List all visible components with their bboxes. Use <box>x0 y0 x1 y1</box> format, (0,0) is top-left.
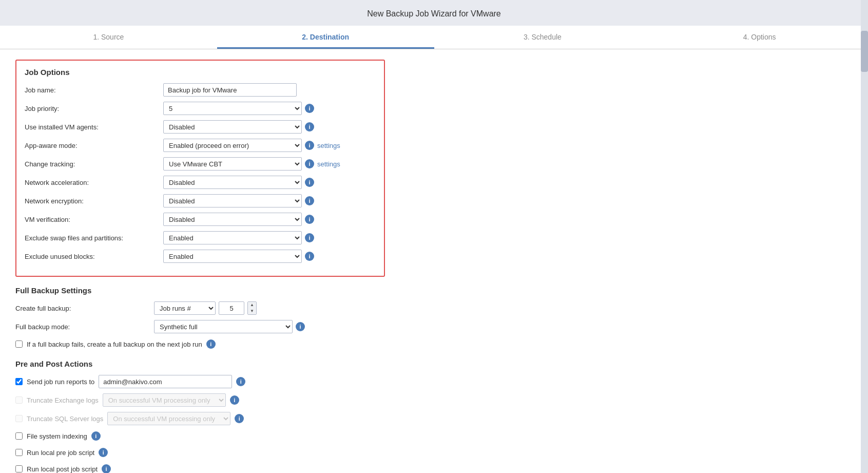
scrollbar-thumb[interactable] <box>861 31 868 72</box>
vm-verify-select[interactable]: Disabled Enabled <box>163 213 302 226</box>
change-tracking-select[interactable]: Use VMware CBT Disabled <box>163 157 302 171</box>
spinner-up-button[interactable]: ▲ <box>248 302 256 308</box>
step-destination[interactable]: 2. Destination <box>217 26 434 49</box>
exclude-unused-control: Enabled Disabled i <box>163 250 376 263</box>
truncate-exchange-label: Truncate Exchange logs <box>27 396 99 404</box>
job-options-box: Job Options Job name: Job priority: 5 <box>15 60 385 277</box>
send-reports-row: Send job run reports to i <box>15 374 385 389</box>
network-encrypt-info-icon[interactable]: i <box>305 196 314 205</box>
wizard-title-text: New Backup Job Wizard for VMware <box>367 9 501 18</box>
full-backup-mode-info-icon[interactable]: i <box>296 322 305 331</box>
truncate-exchange-select[interactable]: On successful VM processing only <box>103 393 226 407</box>
network-accel-row: Network acceleration: Disabled Enabled i <box>25 175 376 190</box>
job-priority-row: Job priority: 5 i <box>25 101 376 116</box>
job-name-row: Job name: <box>25 83 376 97</box>
vm-verify-control: Disabled Enabled i <box>163 213 376 226</box>
network-accel-label: Network acceleration: <box>25 179 163 186</box>
job-runs-value-input[interactable] <box>219 301 244 315</box>
network-encrypt-control: Disabled Enabled i <box>163 194 376 207</box>
file-indexing-label: File system indexing <box>27 432 87 440</box>
full-backup-mode-select[interactable]: Synthetic full Active full <box>154 320 293 333</box>
job-options-title: Job Options <box>25 68 376 77</box>
change-tracking-info-icon[interactable]: i <box>305 159 314 168</box>
create-full-backup-control: Job runs # ▲ ▼ <box>154 301 385 315</box>
job-priority-label: Job priority: <box>25 105 163 112</box>
change-tracking-row: Change tracking: Use VMware CBT Disabled… <box>25 157 376 171</box>
wizard-title: New Backup Job Wizard for VMware <box>0 0 868 26</box>
pre-post-title: Pre and Post Actions <box>15 360 385 368</box>
left-panel: Job Options Job name: Job priority: 5 <box>15 60 385 473</box>
send-reports-email-input[interactable] <box>99 375 232 388</box>
create-full-backup-row: Create full backup: Job runs # ▲ ▼ <box>15 301 385 315</box>
vm-agents-control: Disabled Enabled i <box>163 120 376 134</box>
network-encrypt-label: Network encryption: <box>25 197 163 205</box>
file-indexing-row: File system indexing i <box>15 430 385 442</box>
network-accel-info-icon[interactable]: i <box>305 178 314 187</box>
app-aware-label: App-aware mode: <box>25 142 163 149</box>
job-priority-select[interactable]: 5 <box>163 102 302 115</box>
post-script-label: Run local post job script <box>27 465 98 473</box>
scrollbar[interactable] <box>861 0 868 473</box>
vm-verify-label: VM verification: <box>25 216 163 223</box>
network-encrypt-select[interactable]: Disabled Enabled <box>163 194 302 207</box>
send-reports-info-icon[interactable]: i <box>236 377 245 386</box>
job-name-label: Job name: <box>25 86 163 94</box>
change-tracking-control: Use VMware CBT Disabled i settings <box>163 157 376 171</box>
truncate-sql-checkbox[interactable] <box>15 415 23 422</box>
job-name-control <box>163 83 376 97</box>
job-runs-select[interactable]: Job runs # <box>154 301 216 315</box>
exclude-swap-control: Enabled Disabled i <box>163 231 376 244</box>
vm-agents-row: Use installed VM agents: Disabled Enable… <box>25 120 376 134</box>
full-backup-fails-checkbox[interactable] <box>15 340 23 348</box>
exclude-unused-label: Exclude unused blocks: <box>25 253 163 260</box>
truncate-sql-row: Truncate SQL Server logs On successful V… <box>15 411 385 426</box>
exclude-swap-row: Exclude swap files and partitions: Enabl… <box>25 231 376 245</box>
truncate-sql-info-icon[interactable]: i <box>235 414 244 423</box>
full-backup-fails-info-icon[interactable]: i <box>206 339 216 349</box>
spinner-down-button[interactable]: ▼ <box>248 308 256 314</box>
step-source[interactable]: 1. Source <box>0 26 217 49</box>
post-script-info-icon[interactable]: i <box>102 464 111 473</box>
app-aware-row: App-aware mode: Enabled (proceed on erro… <box>25 138 376 153</box>
file-indexing-checkbox[interactable] <box>15 432 23 440</box>
pre-script-checkbox[interactable] <box>15 449 23 456</box>
step-schedule[interactable]: 3. Schedule <box>434 26 651 49</box>
step-options[interactable]: 4. Options <box>651 26 868 49</box>
full-backup-mode-control: Synthetic full Active full i <box>154 320 385 333</box>
job-priority-control: 5 i <box>163 102 376 115</box>
vm-verify-info-icon[interactable]: i <box>305 215 314 224</box>
change-tracking-settings-link[interactable]: settings <box>317 160 340 168</box>
page-wrapper: New Backup Job Wizard for VMware 1. Sour… <box>0 0 868 473</box>
job-name-input[interactable] <box>163 83 297 97</box>
right-panel <box>385 60 853 473</box>
send-reports-label: Send job run reports to <box>27 378 94 386</box>
app-aware-info-icon[interactable]: i <box>305 141 314 150</box>
vm-agents-info-icon[interactable]: i <box>305 122 314 131</box>
post-script-checkbox[interactable] <box>15 465 23 472</box>
vm-agents-label: Use installed VM agents: <box>25 123 163 131</box>
post-script-row: Run local post job script i <box>15 463 385 473</box>
network-accel-select[interactable]: Disabled Enabled <box>163 176 302 189</box>
file-indexing-info-icon[interactable]: i <box>91 431 101 441</box>
app-aware-select[interactable]: Enabled (proceed on error) Disabled Enab… <box>163 139 302 152</box>
send-reports-checkbox[interactable] <box>15 378 23 385</box>
exclude-unused-info-icon[interactable]: i <box>305 252 314 261</box>
truncate-sql-select[interactable]: On successful VM processing only <box>107 412 230 425</box>
full-backup-mode-row: Full backup mode: Synthetic full Active … <box>15 319 385 334</box>
wizard-steps: 1. Source 2. Destination 3. Schedule 4. … <box>0 26 868 49</box>
full-backup-fails-label: If a full backup fails, create a full ba… <box>27 340 202 348</box>
pre-script-info-icon[interactable]: i <box>99 448 108 457</box>
app-aware-settings-link[interactable]: settings <box>317 142 340 149</box>
job-runs-spinner[interactable]: ▲ ▼ <box>247 301 257 315</box>
truncate-sql-label: Truncate SQL Server logs <box>27 415 103 423</box>
change-tracking-label: Change tracking: <box>25 160 163 168</box>
create-full-backup-label: Create full backup: <box>15 305 154 312</box>
exclude-swap-select[interactable]: Enabled Disabled <box>163 231 302 244</box>
truncate-exchange-info-icon[interactable]: i <box>230 395 239 405</box>
exclude-unused-select[interactable]: Enabled Disabled <box>163 250 302 263</box>
truncate-exchange-checkbox[interactable] <box>15 396 23 404</box>
vm-agents-select[interactable]: Disabled Enabled <box>163 120 302 134</box>
pre-script-row: Run local pre job script i <box>15 446 385 459</box>
exclude-swap-info-icon[interactable]: i <box>305 233 314 242</box>
job-priority-info-icon[interactable]: i <box>305 104 314 113</box>
